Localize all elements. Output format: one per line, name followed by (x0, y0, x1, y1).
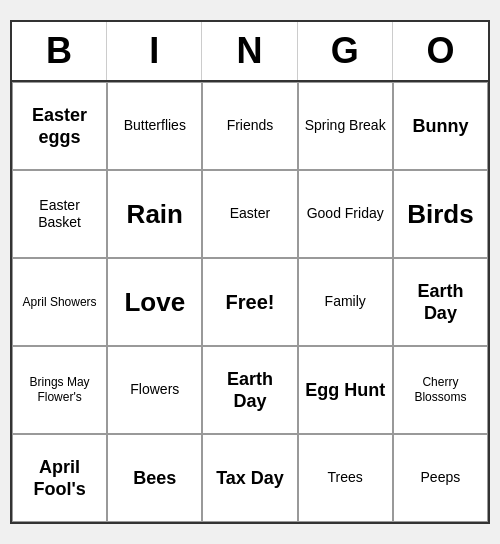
bingo-cell-18[interactable]: Egg Hunt (298, 346, 393, 434)
bingo-cell-16[interactable]: Flowers (107, 346, 202, 434)
bingo-header: BINGO (12, 22, 488, 82)
bingo-cell-10[interactable]: April Showers (12, 258, 107, 346)
bingo-cell-3[interactable]: Spring Break (298, 82, 393, 170)
bingo-cell-14[interactable]: Earth Day (393, 258, 488, 346)
bingo-cell-20[interactable]: April Fool's (12, 434, 107, 522)
bingo-cell-11[interactable]: Love (107, 258, 202, 346)
bingo-cell-4[interactable]: Bunny (393, 82, 488, 170)
bingo-grid: Easter eggsButterfliesFriendsSpring Brea… (12, 82, 488, 522)
bingo-cell-23[interactable]: Trees (298, 434, 393, 522)
bingo-cell-19[interactable]: Cherry Blossoms (393, 346, 488, 434)
bingo-cell-21[interactable]: Bees (107, 434, 202, 522)
header-letter-i: I (107, 22, 202, 80)
bingo-cell-5[interactable]: Easter Basket (12, 170, 107, 258)
bingo-cell-13[interactable]: Family (298, 258, 393, 346)
bingo-cell-24[interactable]: Peeps (393, 434, 488, 522)
bingo-cell-0[interactable]: Easter eggs (12, 82, 107, 170)
bingo-cell-9[interactable]: Birds (393, 170, 488, 258)
bingo-cell-8[interactable]: Good Friday (298, 170, 393, 258)
bingo-cell-2[interactable]: Friends (202, 82, 297, 170)
bingo-cell-6[interactable]: Rain (107, 170, 202, 258)
bingo-cell-12[interactable]: Free! (202, 258, 297, 346)
header-letter-b: B (12, 22, 107, 80)
header-letter-o: O (393, 22, 488, 80)
bingo-cell-22[interactable]: Tax Day (202, 434, 297, 522)
bingo-cell-1[interactable]: Butterflies (107, 82, 202, 170)
bingo-cell-15[interactable]: Brings May Flower's (12, 346, 107, 434)
bingo-cell-7[interactable]: Easter (202, 170, 297, 258)
header-letter-n: N (202, 22, 297, 80)
header-letter-g: G (298, 22, 393, 80)
bingo-card: BINGO Easter eggsButterfliesFriendsSprin… (10, 20, 490, 524)
bingo-cell-17[interactable]: Earth Day (202, 346, 297, 434)
